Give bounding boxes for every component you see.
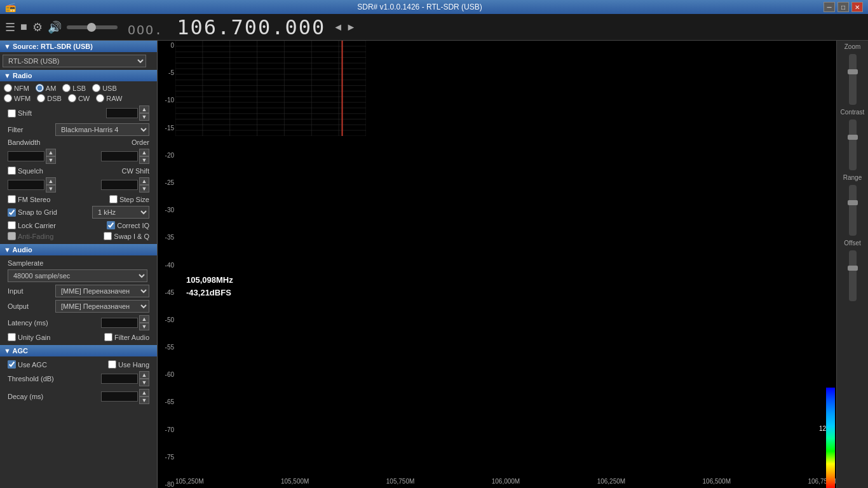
unity-gain-checkbox[interactable] xyxy=(8,333,16,341)
use-agc-checkbox[interactable] xyxy=(8,360,16,369)
spectrum-area[interactable]: 0 -5 -10 -15 -20 -25 -30 -35 -40 -45 -50… xyxy=(158,41,836,488)
use-agc-label[interactable]: Use AGC xyxy=(8,360,47,369)
antifade-swap-row: Anti-Fading Swap I & Q xyxy=(4,231,153,241)
minimize-button[interactable]: ─ xyxy=(824,2,835,12)
cw-shift-up[interactable]: ▲ xyxy=(139,177,149,185)
mode-wfm[interactable]: WFM xyxy=(4,94,31,102)
threshold-down[interactable]: ▼ xyxy=(139,379,149,386)
signal-freq: 105,098MHz xyxy=(186,274,233,287)
range-label: Range xyxy=(843,174,862,181)
fm-stereo-text: FM Stereo xyxy=(18,196,50,203)
shift-up[interactable]: ▲ xyxy=(139,105,149,113)
zoom-slider[interactable] xyxy=(849,54,857,105)
lock-carrier-label[interactable]: Lock Carrier xyxy=(8,221,56,229)
threshold-value[interactable]: -50 xyxy=(101,374,138,384)
settings-icon[interactable]: ⚙ xyxy=(32,20,43,34)
squelch-down[interactable]: ▼ xyxy=(46,185,56,193)
snap-checkbox-label[interactable]: Snap to Grid xyxy=(8,208,57,217)
order-up[interactable]: ▲ xyxy=(139,149,149,156)
menu-icon[interactable]: ☰ xyxy=(5,20,15,34)
input-row: Input [MME] Переназначен xyxy=(4,283,153,299)
samplerate-dropdown[interactable]: 48000 sample/sec xyxy=(8,269,147,282)
agc-section: Use AGC Use Hang Threshold (dB) -50 ▲ ▼ xyxy=(0,356,157,408)
zoom-label: Zoom xyxy=(844,43,861,50)
freq-prefix: OOO. xyxy=(128,22,163,37)
bandwidth-down[interactable]: ▼ xyxy=(46,156,56,164)
lock-carrier-checkbox[interactable] xyxy=(8,221,16,229)
volume-icon[interactable]: 🔊 xyxy=(48,20,62,34)
decay-value[interactable]: 500 xyxy=(101,391,138,402)
squelch-label: Squelch xyxy=(18,167,43,175)
swap-iq-label[interactable]: Swap I & Q xyxy=(104,232,149,240)
bandwidth-value[interactable]: 10000 xyxy=(8,151,44,161)
close-button[interactable]: ✕ xyxy=(851,2,863,12)
mode-nfm[interactable]: NFM xyxy=(4,84,29,92)
fm-stereo-checkbox[interactable] xyxy=(8,195,16,203)
input-dropdown[interactable]: [MME] Переназначен xyxy=(55,285,149,297)
threshold-up[interactable]: ▲ xyxy=(139,371,149,379)
unity-gain-label[interactable]: Unity Gain xyxy=(8,333,50,341)
contrast-slider[interactable] xyxy=(849,119,857,170)
y-axis: 0 -5 -10 -15 -20 -25 -30 -35 -40 -45 -50… xyxy=(158,41,175,488)
use-hang-label[interactable]: Use Hang xyxy=(108,360,149,369)
maximize-button[interactable]: □ xyxy=(837,2,849,12)
shift-label: Shift xyxy=(18,109,32,117)
filter-audio-label[interactable]: Filter Audio xyxy=(104,333,149,341)
latency-value[interactable]: 100 xyxy=(101,318,138,328)
squelch-checkbox-label[interactable]: Squelch xyxy=(8,166,43,175)
shift-checkbox-label[interactable]: Shift xyxy=(8,109,32,118)
snap-checkbox[interactable] xyxy=(8,208,16,217)
stop-icon[interactable]: ■ xyxy=(20,20,27,34)
source-section-header[interactable]: ▼ Source: RTL-SDR (USB) xyxy=(0,41,157,52)
shift-value[interactable]: 80 xyxy=(106,108,138,118)
latency-up[interactable]: ▲ xyxy=(139,315,149,323)
audio-section: Samplerate 48000 sample/sec Input [MME] … xyxy=(0,255,157,345)
freq-arrows[interactable]: ◄ ► xyxy=(333,22,356,33)
anti-fading-label[interactable]: Anti-Fading xyxy=(8,232,53,240)
radio-section-header[interactable]: ▼ Radio xyxy=(0,70,157,81)
range-slider[interactable] xyxy=(849,185,857,236)
audio-section-header[interactable]: ▼ Audio xyxy=(0,244,157,255)
filter-audio-checkbox[interactable] xyxy=(104,333,112,341)
decay-down[interactable]: ▼ xyxy=(139,396,149,404)
step-size-text: Step Size xyxy=(119,196,149,203)
squelch-value[interactable]: 50 xyxy=(8,180,44,190)
step-size-label[interactable]: Step Size xyxy=(109,195,149,203)
latency-down[interactable]: ▼ xyxy=(139,323,149,330)
squelch-cw-inputs: 50 ▲ ▼ 1000 ▲ ▼ xyxy=(4,176,153,194)
mode-lsb[interactable]: LSB xyxy=(62,84,86,92)
source-dropdown[interactable]: RTL-SDR (USB) xyxy=(3,55,146,67)
swap-iq-checkbox[interactable] xyxy=(104,232,112,240)
snap-dropdown[interactable]: 1 kHz xyxy=(92,206,149,219)
filter-dropdown[interactable]: Blackman-Harris 4 xyxy=(55,123,149,136)
lock-correct-row: Lock Carrier Correct IQ xyxy=(4,220,153,231)
shift-down[interactable]: ▼ xyxy=(139,113,149,121)
frequency-display: OOO. 106.700.000 xyxy=(128,15,325,39)
cw-shift-down[interactable]: ▼ xyxy=(139,185,149,193)
order-value[interactable]: 1000 xyxy=(101,151,138,161)
volume-slider[interactable] xyxy=(67,25,118,29)
correct-iq-label[interactable]: Correct IQ xyxy=(107,221,149,229)
snap-label: Snap to Grid xyxy=(18,208,57,216)
step-size-checkbox[interactable] xyxy=(109,195,118,203)
order-down[interactable]: ▼ xyxy=(139,156,149,164)
squelch-up[interactable]: ▲ xyxy=(46,177,56,185)
cw-shift-value[interactable]: 1000 xyxy=(101,180,138,190)
correct-iq-checkbox[interactable] xyxy=(107,221,115,229)
bandwidth-up[interactable]: ▲ xyxy=(46,149,56,156)
offset-slider[interactable] xyxy=(849,250,857,301)
radio-row-1: NFM AM LSB USB xyxy=(4,84,153,92)
mode-raw[interactable]: RAW xyxy=(96,94,122,102)
input-label: Input xyxy=(8,287,23,295)
mode-usb[interactable]: USB xyxy=(92,84,117,92)
agc-section-header[interactable]: ▼ AGC xyxy=(0,345,157,356)
fm-stereo-label[interactable]: FM Stereo xyxy=(8,195,50,203)
squelch-checkbox[interactable] xyxy=(8,166,16,175)
mode-dsb[interactable]: DSB xyxy=(37,94,62,102)
mode-cw[interactable]: CW xyxy=(68,94,90,102)
mode-am[interactable]: AM xyxy=(36,84,57,92)
shift-checkbox[interactable] xyxy=(8,109,16,118)
use-hang-checkbox[interactable] xyxy=(108,360,116,369)
output-dropdown[interactable]: [MME] Переназначен xyxy=(55,300,149,313)
decay-up[interactable]: ▲ xyxy=(139,389,149,396)
